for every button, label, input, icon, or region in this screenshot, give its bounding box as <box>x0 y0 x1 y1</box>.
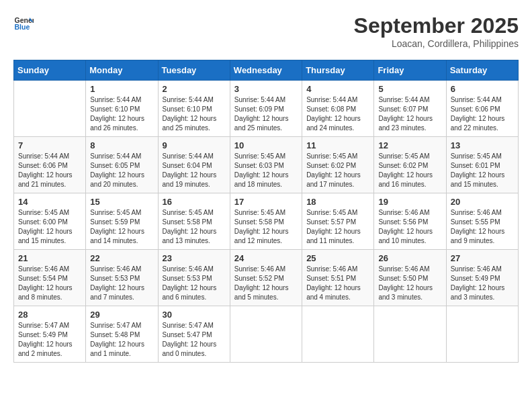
calendar-cell: 23Sunrise: 5:46 AM Sunset: 5:53 PM Dayli… <box>158 250 230 306</box>
calendar-cell: 5Sunrise: 5:44 AM Sunset: 6:07 PM Daylig… <box>374 81 446 137</box>
day-info: Sunrise: 5:46 AM Sunset: 5:54 PM Dayligh… <box>18 265 81 302</box>
day-info: Sunrise: 5:45 AM Sunset: 5:58 PM Dayligh… <box>163 208 226 246</box>
day-info: Sunrise: 5:46 AM Sunset: 5:56 PM Dayligh… <box>378 208 441 246</box>
calendar-cell: 26Sunrise: 5:46 AM Sunset: 5:50 PM Dayli… <box>374 250 446 306</box>
logo-icon: General Blue <box>13 13 34 34</box>
calendar-cell: 27Sunrise: 5:46 AM Sunset: 5:49 PM Dayli… <box>446 250 518 306</box>
calendar-cell <box>230 306 302 363</box>
day-info: Sunrise: 5:46 AM Sunset: 5:53 PM Dayligh… <box>90 265 153 302</box>
svg-text:Blue: Blue <box>15 23 30 31</box>
weekday-header-saturday: Saturday <box>446 60 518 81</box>
page-header: General Blue September 2025 Loacan, Cord… <box>13 13 519 49</box>
day-number: 21 <box>18 253 81 263</box>
calendar-cell: 4Sunrise: 5:44 AM Sunset: 6:08 PM Daylig… <box>302 81 374 137</box>
day-number: 7 <box>18 140 81 150</box>
day-number: 15 <box>90 197 153 207</box>
day-info: Sunrise: 5:44 AM Sunset: 6:06 PM Dayligh… <box>451 95 514 133</box>
calendar-cell: 22Sunrise: 5:46 AM Sunset: 5:53 PM Dayli… <box>86 250 158 306</box>
day-number: 23 <box>163 253 226 263</box>
day-number: 13 <box>451 140 514 150</box>
day-info: Sunrise: 5:46 AM Sunset: 5:50 PM Dayligh… <box>378 265 441 302</box>
calendar-cell: 28Sunrise: 5:47 AM Sunset: 5:49 PM Dayli… <box>14 306 86 363</box>
day-info: Sunrise: 5:44 AM Sunset: 6:07 PM Dayligh… <box>378 95 441 133</box>
week-row-2: 14Sunrise: 5:45 AM Sunset: 6:00 PM Dayli… <box>14 193 519 250</box>
day-number: 14 <box>18 197 81 207</box>
calendar-cell <box>14 81 86 137</box>
day-number: 6 <box>451 84 514 94</box>
day-number: 26 <box>378 253 441 263</box>
day-number: 3 <box>234 84 298 94</box>
calendar-cell: 25Sunrise: 5:46 AM Sunset: 5:51 PM Dayli… <box>302 250 374 306</box>
calendar-cell: 13Sunrise: 5:45 AM Sunset: 6:01 PM Dayli… <box>446 137 518 193</box>
day-info: Sunrise: 5:44 AM Sunset: 6:10 PM Dayligh… <box>163 95 226 133</box>
location: Loacan, Cordillera, Philippines <box>354 38 519 49</box>
day-info: Sunrise: 5:44 AM Sunset: 6:06 PM Dayligh… <box>18 152 81 189</box>
day-info: Sunrise: 5:45 AM Sunset: 6:02 PM Dayligh… <box>378 152 441 189</box>
weekday-header-wednesday: Wednesday <box>230 60 302 81</box>
day-info: Sunrise: 5:44 AM Sunset: 6:04 PM Dayligh… <box>163 152 226 189</box>
weekday-header-monday: Monday <box>86 60 158 81</box>
calendar-cell: 11Sunrise: 5:45 AM Sunset: 6:02 PM Dayli… <box>302 137 374 193</box>
calendar-cell: 30Sunrise: 5:47 AM Sunset: 5:47 PM Dayli… <box>158 306 230 363</box>
day-info: Sunrise: 5:44 AM Sunset: 6:09 PM Dayligh… <box>234 95 298 133</box>
day-info: Sunrise: 5:45 AM Sunset: 5:59 PM Dayligh… <box>90 208 153 246</box>
calendar-cell: 21Sunrise: 5:46 AM Sunset: 5:54 PM Dayli… <box>14 250 86 306</box>
day-info: Sunrise: 5:44 AM Sunset: 6:08 PM Dayligh… <box>306 95 369 133</box>
logo: General Blue <box>13 13 34 34</box>
calendar-cell: 12Sunrise: 5:45 AM Sunset: 6:02 PM Dayli… <box>374 137 446 193</box>
day-number: 27 <box>451 253 514 263</box>
weekday-header-tuesday: Tuesday <box>158 60 230 81</box>
calendar-table: SundayMondayTuesdayWednesdayThursdayFrid… <box>13 60 519 363</box>
day-number: 10 <box>234 140 298 150</box>
week-row-4: 28Sunrise: 5:47 AM Sunset: 5:49 PM Dayli… <box>14 306 519 363</box>
day-number: 24 <box>234 253 298 263</box>
day-number: 17 <box>234 197 298 207</box>
calendar-cell: 29Sunrise: 5:47 AM Sunset: 5:48 PM Dayli… <box>86 306 158 363</box>
calendar-cell: 3Sunrise: 5:44 AM Sunset: 6:09 PM Daylig… <box>230 81 302 137</box>
day-number: 2 <box>163 84 226 94</box>
day-info: Sunrise: 5:45 AM Sunset: 6:01 PM Dayligh… <box>451 152 514 189</box>
day-info: Sunrise: 5:44 AM Sunset: 6:10 PM Dayligh… <box>90 95 153 133</box>
calendar-cell: 7Sunrise: 5:44 AM Sunset: 6:06 PM Daylig… <box>14 137 86 193</box>
day-info: Sunrise: 5:46 AM Sunset: 5:51 PM Dayligh… <box>306 265 369 302</box>
calendar-cell: 18Sunrise: 5:45 AM Sunset: 5:57 PM Dayli… <box>302 193 374 250</box>
calendar-cell <box>446 306 518 363</box>
day-number: 12 <box>378 140 441 150</box>
week-row-0: 1Sunrise: 5:44 AM Sunset: 6:10 PM Daylig… <box>14 81 519 137</box>
weekday-header-friday: Friday <box>374 60 446 81</box>
day-number: 19 <box>378 197 441 207</box>
day-number: 9 <box>163 140 226 150</box>
calendar-cell: 20Sunrise: 5:46 AM Sunset: 5:55 PM Dayli… <box>446 193 518 250</box>
day-number: 4 <box>306 84 369 94</box>
week-row-3: 21Sunrise: 5:46 AM Sunset: 5:54 PM Dayli… <box>14 250 519 306</box>
calendar-cell: 10Sunrise: 5:45 AM Sunset: 6:03 PM Dayli… <box>230 137 302 193</box>
calendar-cell: 9Sunrise: 5:44 AM Sunset: 6:04 PM Daylig… <box>158 137 230 193</box>
day-number: 1 <box>90 84 153 94</box>
day-number: 25 <box>306 253 369 263</box>
calendar-cell: 2Sunrise: 5:44 AM Sunset: 6:10 PM Daylig… <box>158 81 230 137</box>
day-info: Sunrise: 5:45 AM Sunset: 6:00 PM Dayligh… <box>18 208 81 246</box>
day-number: 16 <box>163 197 226 207</box>
calendar-cell <box>302 306 374 363</box>
calendar-body: 1Sunrise: 5:44 AM Sunset: 6:10 PM Daylig… <box>14 81 519 363</box>
day-number: 5 <box>378 84 441 94</box>
weekday-header-sunday: Sunday <box>14 60 86 81</box>
day-number: 22 <box>90 253 153 263</box>
day-info: Sunrise: 5:45 AM Sunset: 6:02 PM Dayligh… <box>306 152 369 189</box>
day-info: Sunrise: 5:44 AM Sunset: 6:05 PM Dayligh… <box>90 152 153 189</box>
calendar-cell: 14Sunrise: 5:45 AM Sunset: 6:00 PM Dayli… <box>14 193 86 250</box>
day-info: Sunrise: 5:45 AM Sunset: 6:03 PM Dayligh… <box>234 152 298 189</box>
calendar-cell <box>374 306 446 363</box>
day-info: Sunrise: 5:45 AM Sunset: 5:57 PM Dayligh… <box>306 208 369 246</box>
day-number: 8 <box>90 140 153 150</box>
day-info: Sunrise: 5:47 AM Sunset: 5:48 PM Dayligh… <box>90 321 153 359</box>
day-info: Sunrise: 5:46 AM Sunset: 5:49 PM Dayligh… <box>451 265 514 302</box>
day-info: Sunrise: 5:45 AM Sunset: 5:58 PM Dayligh… <box>234 208 298 246</box>
calendar-cell: 8Sunrise: 5:44 AM Sunset: 6:05 PM Daylig… <box>86 137 158 193</box>
day-info: Sunrise: 5:47 AM Sunset: 5:49 PM Dayligh… <box>18 321 81 359</box>
calendar-cell: 17Sunrise: 5:45 AM Sunset: 5:58 PM Dayli… <box>230 193 302 250</box>
calendar-cell: 24Sunrise: 5:46 AM Sunset: 5:52 PM Dayli… <box>230 250 302 306</box>
day-number: 18 <box>306 197 369 207</box>
day-number: 20 <box>451 197 514 207</box>
week-row-1: 7Sunrise: 5:44 AM Sunset: 6:06 PM Daylig… <box>14 137 519 193</box>
